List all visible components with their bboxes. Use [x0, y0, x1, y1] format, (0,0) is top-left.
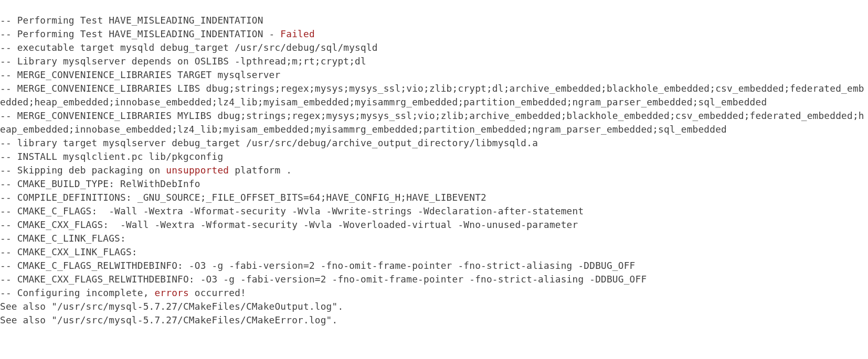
log-line: -- COMPILE_DEFINITIONS: _GNU_SOURCE;_FIL…	[0, 192, 486, 203]
log-line: -- MERGE_CONVENIENCE_LIBRARIES LIBS dbug…	[0, 83, 864, 107]
log-line: -- INSTALL mysqlclient.pc lib/pkgconfig	[0, 151, 223, 162]
log-line: -- Library mysqlserver depends on OSLIBS…	[0, 56, 366, 67]
status-failed: Failed	[280, 28, 314, 39]
status-errors: errors	[154, 287, 188, 298]
terminal-output: -- Performing Test HAVE_MISLEADING_INDEN…	[0, 14, 868, 327]
status-unsupported: unsupported	[166, 165, 229, 176]
log-line: -- CMAKE_CXX_LINK_FLAGS:	[0, 246, 137, 257]
log-line: -- MERGE_CONVENIENCE_LIBRARIES TARGET my…	[0, 69, 280, 80]
log-line: -- CMAKE_CXX_FLAGS_RELWITHDEBINFO: -O3 -…	[0, 274, 647, 285]
log-line: See also "/usr/src/mysql-5.7.27/CMakeFil…	[0, 301, 343, 312]
log-line: -- Configuring incomplete,	[0, 287, 154, 298]
log-line: -- CMAKE_C_LINK_FLAGS:	[0, 233, 126, 244]
log-line: -- Skipping deb packaging on	[0, 165, 166, 176]
log-line: platform .	[229, 165, 292, 176]
log-line: occurred!	[189, 287, 246, 298]
log-line: -- executable target mysqld debug_target…	[0, 42, 378, 53]
log-line: -- library target mysqlserver debug_targ…	[0, 137, 538, 148]
log-line: -- Performing Test HAVE_MISLEADING_INDEN…	[0, 15, 263, 26]
log-line: See also "/usr/src/mysql-5.7.27/CMakeFil…	[0, 314, 337, 325]
log-line: -- CMAKE_C_FLAGS: -Wall -Wextra -Wformat…	[0, 205, 584, 216]
log-line: -- CMAKE_BUILD_TYPE: RelWithDebInfo	[0, 178, 200, 189]
log-line: -- CMAKE_CXX_FLAGS: -Wall -Wextra -Wform…	[0, 219, 578, 230]
log-line: -- CMAKE_C_FLAGS_RELWITHDEBINFO: -O3 -g …	[0, 260, 635, 271]
log-line: -- MERGE_CONVENIENCE_LIBRARIES MYLIBS db…	[0, 110, 864, 135]
log-line: -- Performing Test HAVE_MISLEADING_INDEN…	[0, 28, 280, 39]
